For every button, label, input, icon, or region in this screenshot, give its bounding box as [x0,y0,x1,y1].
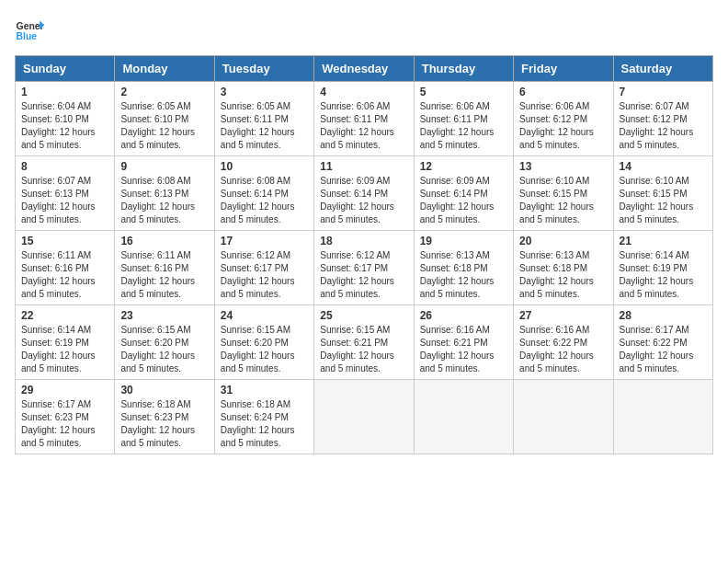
calendar-table: SundayMondayTuesdayWednesdayThursdayFrid… [15,55,713,454]
daylight-label: Daylight: 12 hours and 5 minutes. [21,350,96,373]
day-info: Sunrise: 6:05 AM Sunset: 6:11 PM Dayligh… [221,100,308,152]
calendar-cell: 28 Sunrise: 6:17 AM Sunset: 6:22 PM Dayl… [613,305,712,380]
calendar-cell: 8 Sunrise: 6:07 AM Sunset: 6:13 PM Dayli… [16,156,115,231]
daylight-label: Daylight: 12 hours and 5 minutes. [320,276,394,299]
sunset-label: Sunset: 6:11 PM [320,114,388,124]
sunrise-label: Sunrise: 6:06 AM [420,101,490,111]
day-number: 5 [420,86,507,98]
sunset-label: Sunset: 6:21 PM [420,338,488,348]
sunset-label: Sunset: 6:14 PM [221,189,289,199]
sunset-label: Sunset: 6:14 PM [320,189,388,199]
svg-text:Blue: Blue [17,31,38,41]
day-info: Sunrise: 6:09 AM Sunset: 6:14 PM Dayligh… [420,175,507,226]
day-info: Sunrise: 6:15 AM Sunset: 6:20 PM Dayligh… [120,324,208,375]
day-number: 19 [420,235,507,247]
sunrise-label: Sunrise: 6:07 AM [21,176,91,186]
day-number: 25 [320,309,407,322]
calendar-cell: 5 Sunrise: 6:06 AM Sunset: 6:11 PM Dayli… [414,82,513,156]
daylight-label: Daylight: 12 hours and 5 minutes. [420,201,495,224]
calendar-cell: 4 Sunrise: 6:06 AM Sunset: 6:11 PM Dayli… [314,82,414,156]
sunset-label: Sunset: 6:11 PM [420,114,488,124]
sunrise-label: Sunrise: 6:15 AM [320,325,390,335]
daylight-label: Daylight: 12 hours and 5 minutes. [221,350,295,373]
day-number: 13 [519,160,607,173]
sunrise-label: Sunrise: 6:17 AM [620,325,689,335]
daylight-label: Daylight: 12 hours and 5 minutes. [120,350,195,373]
daylight-label: Daylight: 12 hours and 5 minutes. [519,201,594,224]
day-number: 3 [221,86,308,98]
sunset-label: Sunset: 6:13 PM [120,189,188,199]
calendar-cell: 24 Sunrise: 6:15 AM Sunset: 6:20 PM Dayl… [214,305,313,380]
sunrise-label: Sunrise: 6:18 AM [221,399,290,409]
sunrise-label: Sunrise: 6:13 AM [519,250,589,260]
sunset-label: Sunset: 6:10 PM [21,114,89,124]
sunset-label: Sunset: 6:17 PM [320,263,388,273]
calendar-cell: 6 Sunrise: 6:06 AM Sunset: 6:12 PM Dayli… [514,82,613,156]
sunrise-label: Sunrise: 6:09 AM [420,176,490,186]
day-number: 31 [221,384,308,396]
day-number: 1 [21,86,108,98]
calendar-cell: 16 Sunrise: 6:11 AM Sunset: 6:16 PM Dayl… [115,231,214,305]
daylight-label: Daylight: 12 hours and 5 minutes. [620,350,694,373]
day-number: 16 [120,235,208,247]
sunrise-label: Sunrise: 6:08 AM [221,176,290,186]
day-info: Sunrise: 6:09 AM Sunset: 6:14 PM Dayligh… [320,175,407,226]
day-number: 9 [120,160,208,173]
sunset-label: Sunset: 6:18 PM [420,263,488,273]
daylight-label: Daylight: 12 hours and 5 minutes. [120,127,195,150]
day-number: 11 [320,160,407,173]
sunset-label: Sunset: 6:16 PM [120,263,188,273]
logo-icon: General Blue [15,15,44,44]
daylight-label: Daylight: 12 hours and 5 minutes. [420,127,495,150]
day-number: 14 [620,160,707,173]
daylight-label: Daylight: 12 hours and 5 minutes. [120,276,195,299]
day-number: 27 [519,309,607,322]
day-info: Sunrise: 6:12 AM Sunset: 6:17 PM Dayligh… [221,249,308,301]
sunrise-label: Sunrise: 6:16 AM [519,325,589,335]
day-info: Sunrise: 6:08 AM Sunset: 6:14 PM Dayligh… [221,175,308,226]
day-info: Sunrise: 6:15 AM Sunset: 6:21 PM Dayligh… [320,324,407,375]
sunset-label: Sunset: 6:19 PM [620,263,688,273]
week-row-3: 15 Sunrise: 6:11 AM Sunset: 6:16 PM Dayl… [16,231,713,305]
calendar-cell: 30 Sunrise: 6:18 AM Sunset: 6:23 PM Dayl… [115,380,214,454]
day-number: 21 [620,235,707,247]
day-number: 6 [519,86,607,98]
daylight-label: Daylight: 12 hours and 5 minutes. [519,127,594,150]
daylight-label: Daylight: 12 hours and 5 minutes. [21,201,96,224]
day-info: Sunrise: 6:06 AM Sunset: 6:11 PM Dayligh… [420,100,507,152]
day-number: 30 [120,384,208,396]
week-row-4: 22 Sunrise: 6:14 AM Sunset: 6:19 PM Dayl… [16,305,713,380]
day-info: Sunrise: 6:17 AM Sunset: 6:23 PM Dayligh… [21,398,108,450]
calendar-cell: 15 Sunrise: 6:11 AM Sunset: 6:16 PM Dayl… [16,231,115,305]
sunrise-label: Sunrise: 6:17 AM [21,399,91,409]
day-info: Sunrise: 6:05 AM Sunset: 6:10 PM Dayligh… [120,100,208,152]
day-number: 24 [221,309,308,322]
sunset-label: Sunset: 6:15 PM [519,189,587,199]
calendar-cell: 1 Sunrise: 6:04 AM Sunset: 6:10 PM Dayli… [16,82,115,156]
calendar-cell: 29 Sunrise: 6:17 AM Sunset: 6:23 PM Dayl… [16,380,115,454]
calendar-cell: 27 Sunrise: 6:16 AM Sunset: 6:22 PM Dayl… [514,305,613,380]
sunset-label: Sunset: 6:20 PM [221,338,289,348]
day-number: 18 [320,235,407,247]
weekday-header-thursday: Thursday [414,56,513,82]
sunrise-label: Sunrise: 6:05 AM [221,101,290,111]
sunrise-label: Sunrise: 6:11 AM [21,250,91,260]
sunrise-label: Sunrise: 6:10 AM [519,176,589,186]
sunset-label: Sunset: 6:23 PM [120,412,188,422]
calendar-cell: 11 Sunrise: 6:09 AM Sunset: 6:14 PM Dayl… [314,156,414,231]
calendar-cell: 7 Sunrise: 6:07 AM Sunset: 6:12 PM Dayli… [613,82,712,156]
daylight-label: Daylight: 12 hours and 5 minutes. [620,127,694,150]
sunset-label: Sunset: 6:17 PM [221,263,289,273]
daylight-label: Daylight: 12 hours and 5 minutes. [221,201,295,224]
day-info: Sunrise: 6:07 AM Sunset: 6:13 PM Dayligh… [21,175,108,226]
day-info: Sunrise: 6:07 AM Sunset: 6:12 PM Dayligh… [620,100,707,152]
day-info: Sunrise: 6:16 AM Sunset: 6:22 PM Dayligh… [519,324,607,375]
sunset-label: Sunset: 6:13 PM [21,189,89,199]
day-number: 22 [21,309,108,322]
day-number: 15 [21,235,108,247]
calendar-cell: 23 Sunrise: 6:15 AM Sunset: 6:20 PM Dayl… [115,305,214,380]
day-info: Sunrise: 6:10 AM Sunset: 6:15 PM Dayligh… [519,175,607,226]
sunset-label: Sunset: 6:12 PM [519,114,587,124]
daylight-label: Daylight: 12 hours and 5 minutes. [519,350,594,373]
daylight-label: Daylight: 12 hours and 5 minutes. [620,201,694,224]
